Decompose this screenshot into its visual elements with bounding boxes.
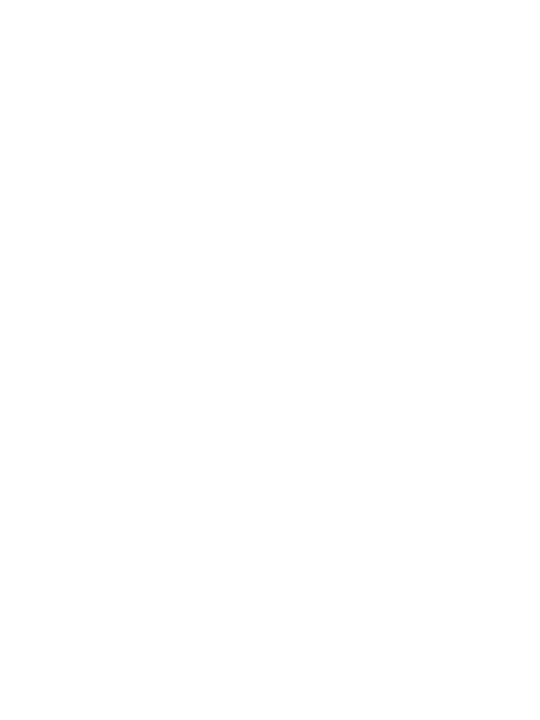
flowchart [0,0,540,720]
